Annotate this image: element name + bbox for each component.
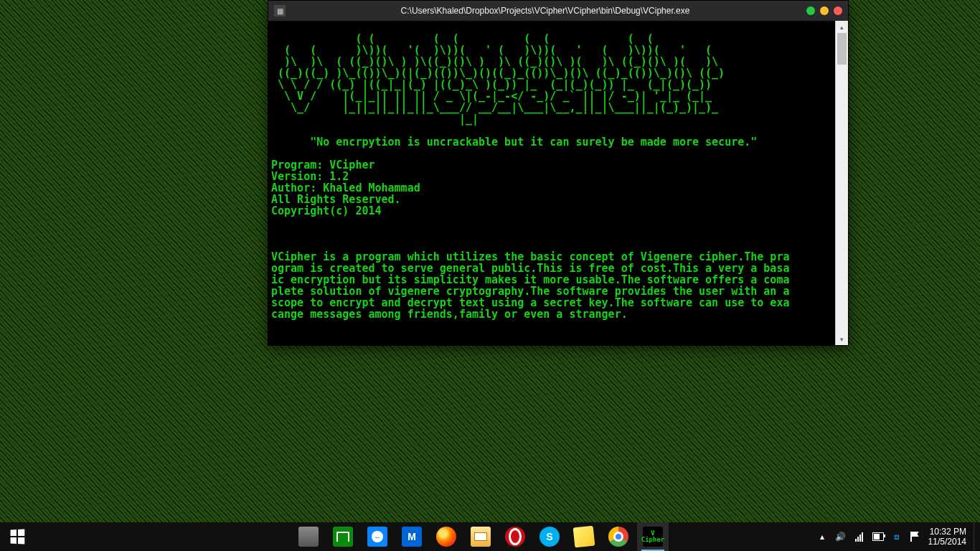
wifi-icon[interactable] [854, 531, 865, 542]
taskbar: ↔MSV Cipher ▴ 🔊 ⧈ 10:32 PM 11/5/2014 [0, 522, 980, 551]
chrome-app-icon [608, 527, 628, 547]
vertical-scrollbar[interactable]: ▴ ▾ [835, 21, 848, 345]
taskbar-clock[interactable]: 10:32 PM 11/5/2014 [925, 527, 974, 547]
file-explorer-app-icon [471, 527, 491, 547]
scroll-down-button[interactable]: ▾ [836, 333, 848, 345]
malwarebytes-app[interactable]: M [396, 522, 428, 551]
vcipher-app-icon: V Cipher [643, 527, 663, 547]
malwarebytes-app-icon: M [402, 527, 422, 547]
server-app[interactable] [293, 522, 324, 551]
dropbox-tray-icon[interactable]: ⧈ [891, 531, 903, 542]
firefox-app-icon [436, 527, 456, 547]
window-title: C:\Users\Khaled\Dropbox\Projects\VCipher… [290, 6, 801, 16]
store-app-icon [333, 527, 353, 547]
scroll-up-button[interactable]: ▴ [836, 21, 848, 33]
sticky-notes-app-icon [573, 526, 595, 548]
vcipher-app[interactable]: V Cipher [637, 522, 669, 551]
console-output[interactable]: ( ( ( ( ( ( ( ( ( ( )\))( '( )\))( ' ( )… [268, 32, 835, 334]
show-desktop-button[interactable] [974, 522, 980, 551]
window-minimize-button[interactable] [806, 6, 815, 15]
console-client-area: ( ( ( ( ( ( ( ( ( ( )\))( '( )\))( ' ( )… [268, 21, 848, 345]
taskbar-app-area: ↔MSV Cipher [293, 522, 669, 551]
opera-app[interactable] [499, 522, 531, 551]
battery-icon[interactable] [872, 531, 884, 542]
clock-time: 10:32 PM [928, 527, 966, 537]
file-explorer-app[interactable] [465, 522, 496, 551]
system-tray: ▴ 🔊 ⧈ [812, 531, 925, 542]
window-app-icon: ▦ [274, 5, 286, 17]
opera-app-icon [505, 527, 525, 547]
skype-app[interactable]: S [534, 522, 565, 551]
scroll-track[interactable] [836, 33, 848, 333]
server-app-icon [298, 527, 319, 547]
console-window: ▦ C:\Users\Khaled\Dropbox\Projects\VCiph… [268, 0, 849, 346]
clock-date: 11/5/2014 [928, 537, 966, 547]
chrome-app[interactable] [603, 522, 634, 551]
tray-chevron-icon[interactable]: ▴ [816, 531, 828, 542]
teamviewer-app[interactable]: ↔ [362, 522, 393, 551]
window-maximize-button[interactable] [820, 6, 829, 15]
window-close-button[interactable] [834, 6, 842, 15]
sticky-notes-app[interactable] [568, 522, 600, 551]
windows-logo-icon [11, 529, 25, 545]
start-button[interactable] [0, 522, 34, 551]
skype-app-icon: S [540, 527, 560, 547]
action-center-icon[interactable] [910, 531, 921, 542]
speaker-icon[interactable]: 🔊 [835, 531, 847, 542]
teamviewer-app-icon: ↔ [367, 527, 387, 547]
window-titlebar[interactable]: ▦ C:\Users\Khaled\Dropbox\Projects\VCiph… [268, 1, 848, 21]
store-app[interactable] [327, 522, 359, 551]
window-controls [806, 6, 842, 15]
firefox-app[interactable] [430, 522, 462, 551]
scroll-thumb[interactable] [837, 33, 847, 65]
